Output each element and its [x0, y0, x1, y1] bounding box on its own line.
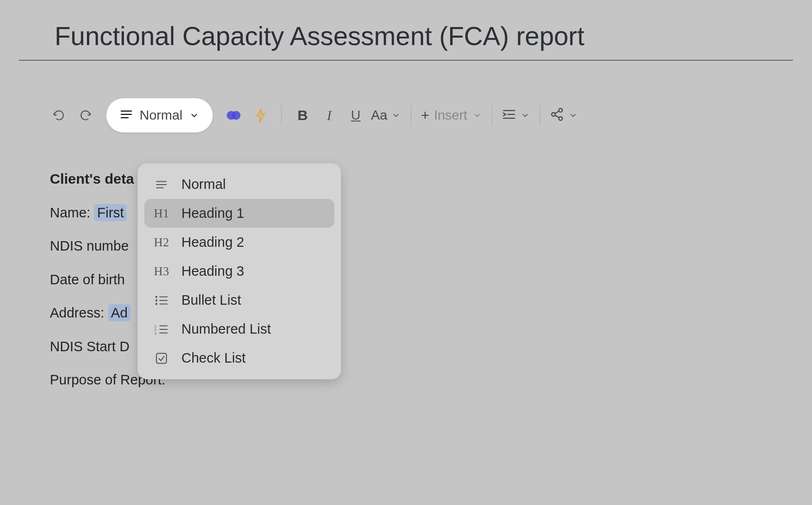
svg-text:3: 3	[154, 331, 156, 335]
share-icon	[550, 107, 564, 123]
svg-line-11	[555, 111, 559, 113]
svg-line-12	[555, 115, 559, 118]
style-option-heading-1[interactable]: H1Heading 1	[144, 199, 334, 228]
field-placeholder[interactable]: First	[94, 204, 126, 221]
underline-button[interactable]: U	[344, 104, 367, 127]
italic-button[interactable]: I	[318, 104, 340, 127]
toolbar-divider	[540, 105, 540, 126]
style-option-numbered-list[interactable]: 123Numbered List	[144, 315, 334, 344]
style-option-label: Heading 2	[181, 234, 244, 250]
style-option-label: Check List	[181, 350, 245, 366]
indent-icon	[502, 108, 516, 122]
bold-button[interactable]: B	[291, 104, 314, 127]
style-option-heading-3[interactable]: H3Heading 3	[144, 257, 334, 286]
svg-point-10	[559, 117, 563, 121]
svg-rect-28	[157, 353, 167, 363]
style-option-normal[interactable]: Normal	[144, 170, 334, 199]
paragraph-style-label: Normal	[140, 108, 182, 123]
field-label: NDIS numbe	[50, 238, 129, 253]
style-option-label: Normal	[181, 177, 226, 192]
field-label: Date of birth	[50, 272, 125, 287]
overlap-circles-icon	[226, 108, 242, 122]
aa-icon: Aa	[371, 108, 387, 123]
toolbar-divider	[492, 105, 492, 126]
page-title: Functional Capacity Assessment (FCA) rep…	[19, 0, 793, 61]
style-option-label: Numbered List	[181, 321, 271, 337]
plus-icon: +	[421, 107, 429, 123]
chevron-down-icon	[568, 110, 578, 121]
chevron-down-icon	[189, 110, 199, 121]
style-option-bullet-list[interactable]: Bullet List	[144, 286, 334, 315]
lightning-icon	[254, 107, 267, 123]
svg-point-18	[155, 299, 157, 301]
toolbar-divider	[411, 105, 411, 126]
field-label: Name:	[50, 205, 94, 220]
undo-button[interactable]	[47, 104, 70, 127]
ai-assist-button[interactable]	[222, 104, 245, 127]
paragraph-style-dropdown[interactable]: Normal	[106, 98, 213, 132]
paragraph-list-icon	[153, 179, 170, 190]
redo-button[interactable]	[74, 104, 97, 127]
chevron-down-icon	[520, 110, 530, 121]
style-option-label: Heading 1	[181, 206, 244, 221]
style-option-label: Bullet List	[181, 292, 241, 308]
field-label: NDIS Start D	[50, 339, 130, 354]
field-label: Address:	[50, 305, 108, 320]
field-placeholder[interactable]: Ad	[108, 304, 131, 321]
svg-point-20	[155, 303, 157, 305]
editor-toolbar: Normal B I U Aa + Insert	[47, 96, 812, 134]
style-option-label: Heading 3	[181, 263, 244, 279]
insert-dropdown[interactable]: + Insert	[421, 107, 482, 123]
chevron-down-icon	[391, 110, 401, 121]
style-option-check-list[interactable]: Check List	[144, 344, 334, 373]
h1-icon: H1	[153, 206, 170, 221]
check-list-icon	[153, 352, 170, 365]
chevron-down-icon	[472, 110, 482, 121]
redo-icon	[79, 109, 92, 122]
bullet-list-icon	[153, 295, 170, 306]
indent-dropdown[interactable]	[502, 108, 530, 122]
undo-icon	[52, 109, 66, 122]
text-style-dropdown[interactable]: Aa	[371, 108, 401, 123]
lightning-button[interactable]	[249, 104, 272, 127]
share-dropdown[interactable]	[550, 107, 578, 123]
h2-icon: H2	[153, 235, 170, 250]
h3-icon: H3	[153, 264, 170, 279]
svg-point-9	[552, 112, 556, 116]
svg-point-8	[559, 109, 563, 112]
paragraph-icon	[120, 109, 133, 122]
numbered-list-icon: 123	[153, 324, 170, 335]
style-option-heading-2[interactable]: H2Heading 2	[144, 228, 334, 257]
toolbar-divider	[281, 105, 282, 126]
paragraph-style-menu: NormalH1Heading 1H2Heading 2H3Heading 3B…	[138, 163, 341, 379]
svg-point-16	[155, 296, 157, 298]
svg-point-4	[232, 111, 241, 120]
insert-label: Insert	[434, 108, 467, 123]
